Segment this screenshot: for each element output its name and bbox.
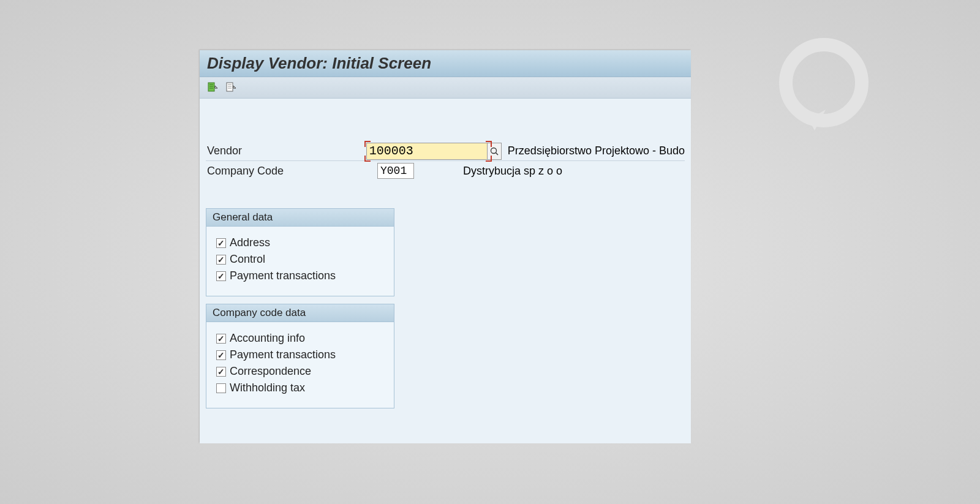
svg-line-9 (496, 152, 498, 155)
group-company-body: Accounting info Payment transactions Cor… (206, 322, 394, 408)
document-green-icon (206, 81, 219, 94)
checkbox-label-withholding: Withholding tax (230, 382, 305, 394)
sap-panel: Display Vendor: Initial Screen Vendor (200, 50, 691, 443)
toolbar-button-2[interactable] (224, 81, 238, 94)
vendor-field-wrap (366, 143, 502, 160)
checkbox-address[interactable] (216, 238, 226, 248)
group-company-title: Company code data (206, 304, 394, 322)
checkbox-row-address: Address (216, 236, 384, 249)
checkbox-accounting[interactable] (216, 334, 226, 344)
checkbox-row-correspondence: Correspondence (216, 365, 384, 378)
checkbox-row-payment-trans-cc: Payment transactions (216, 348, 384, 361)
checkbox-row-payment-trans-gen: Payment transactions (216, 269, 384, 282)
checkbox-row-withholding: Withholding tax (216, 382, 384, 394)
company-code-input[interactable] (377, 163, 414, 179)
group-general-title: General data (206, 209, 394, 227)
svg-rect-0 (208, 83, 214, 91)
svg-point-10 (786, 45, 862, 121)
group-general-data: General data Address Control Payment tra… (206, 208, 394, 296)
search-icon (489, 146, 499, 156)
checkbox-label-payment-trans-gen: Payment transactions (230, 269, 336, 282)
row-vendor: Vendor Przedsiębiorstwo Projektowo - Bud… (206, 141, 685, 161)
checkbox-payment-trans-cc[interactable] (216, 350, 226, 360)
checkbox-payment-trans-gen[interactable] (216, 271, 226, 281)
group-company-code-data: Company code data Accounting info Paymen… (206, 304, 394, 408)
checkbox-control[interactable] (216, 255, 226, 265)
checkbox-label-correspondence: Correspondence (230, 365, 311, 378)
toolbar (200, 77, 691, 99)
group-general-body: Address Control Payment transactions (206, 227, 394, 296)
toolbar-button-1[interactable] (206, 81, 219, 94)
speech-bubble-icon (772, 34, 876, 138)
checkbox-label-accounting: Accounting info (230, 332, 305, 345)
checkbox-label-control: Control (230, 253, 265, 266)
vendor-label: Vendor (206, 145, 366, 157)
checkbox-correspondence[interactable] (216, 367, 226, 377)
checkbox-label-payment-trans-cc: Payment transactions (230, 348, 336, 361)
checkbox-label-address: Address (230, 236, 270, 249)
svg-rect-4 (227, 83, 233, 91)
vendor-input[interactable] (366, 143, 488, 160)
company-code-description: Dystrybucja sp z o o (463, 165, 562, 178)
document-arrow-icon (225, 81, 237, 94)
checkbox-row-accounting: Accounting info (216, 332, 384, 345)
checkbox-withholding[interactable] (216, 383, 226, 393)
page-title: Display Vendor: Initial Screen (200, 50, 691, 77)
company-code-label: Company Code (206, 165, 377, 178)
vendor-description: Przedsiębiorstwo Projektowo - Budo (508, 145, 685, 157)
row-company-code: Company Code Dystrybucja sp z o o (206, 161, 685, 181)
checkbox-row-control: Control (216, 253, 384, 266)
